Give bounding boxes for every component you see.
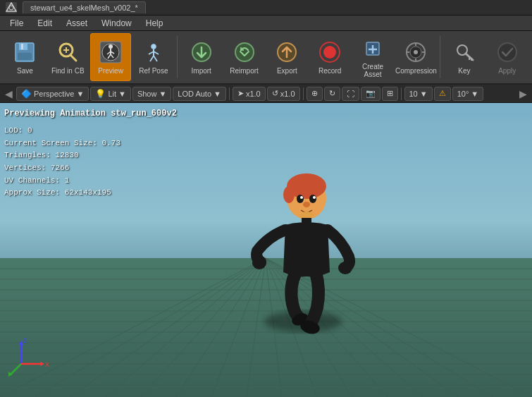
svg-line-7 (70, 55, 76, 61)
import-label: Import (192, 67, 211, 75)
grid-size-button[interactable]: 10 ▼ (404, 87, 433, 101)
svg-line-22 (150, 56, 154, 61)
approx-size-info: Approx Size: 62x143x195 (4, 187, 177, 200)
grid-size-arrow: ▼ (420, 90, 428, 98)
svg-point-36 (414, 50, 418, 54)
compression-button[interactable]: Compression (395, 33, 437, 81)
show-arrow-icon: ▼ (159, 90, 166, 98)
lit-label: Lit (108, 90, 116, 98)
camera-button[interactable]: 📷 (361, 87, 381, 101)
apply-button[interactable]: Apply (486, 33, 528, 81)
svg-point-18 (151, 44, 156, 49)
preview-label: Preview (98, 67, 123, 75)
viewport-toolbar: ◀ 🔷 Perspective ▼ 💡 Lit ▼ Show ▼ LOD Aut… (0, 85, 532, 103)
reimport-button[interactable]: Reimport (223, 33, 265, 81)
lod-info: LOD: 0 (4, 125, 177, 138)
move-button[interactable]: ⊕ (307, 87, 323, 101)
app-logo (6, 2, 17, 13)
angle-label: 10° (457, 90, 469, 98)
ref-pose-button[interactable]: Ref Pose (132, 33, 174, 81)
svg-point-88 (338, 262, 352, 274)
save-button[interactable]: Save (4, 33, 46, 81)
import-button[interactable]: Import (180, 33, 222, 81)
svg-point-45 (498, 43, 516, 61)
rotate-button[interactable]: ↻ (324, 87, 340, 101)
toolbar-separator-1 (177, 36, 178, 78)
show-button[interactable]: Show ▼ (132, 87, 171, 101)
svg-point-26 (235, 43, 254, 61)
viewport[interactable]: Z X Previewing Animation stw_run_600v2 L… (0, 103, 532, 397)
compression-label: Compression (395, 67, 437, 75)
record-label: Record (318, 67, 341, 75)
scale-button[interactable]: ⛶ (342, 87, 359, 101)
grid-button[interactable]: ⊞ (382, 87, 398, 101)
svg-point-80 (297, 195, 304, 203)
svg-point-84 (303, 202, 310, 207)
vertices-info: Vertices: 7266 (4, 162, 177, 175)
warn-icon-button[interactable]: ⚠ (434, 87, 451, 101)
export-button[interactable]: Export (266, 33, 308, 81)
svg-point-79 (283, 186, 295, 203)
angle-button[interactable]: 10° ▼ (452, 87, 484, 101)
record-button[interactable]: Record (309, 33, 351, 81)
svg-text:Z: Z (23, 337, 27, 344)
vp-right-arrow[interactable]: ▶ (517, 88, 529, 99)
find-in-cb-button[interactable]: Find in CB (47, 33, 89, 81)
apply-icon (495, 39, 520, 65)
menu-window[interactable]: Window (94, 17, 139, 30)
vp-left-arrow[interactable]: ◀ (3, 88, 15, 99)
lod-auto-button[interactable]: LOD Auto ▼ (173, 87, 226, 101)
export-label: Export (277, 67, 297, 75)
create-asset-label: Create Asset (354, 63, 392, 78)
svg-line-21 (154, 51, 159, 54)
scale1-icon: ➤ (237, 89, 244, 98)
compression-icon (403, 39, 428, 65)
ref-pose-label: Ref Pose (139, 67, 168, 75)
perspective-label: Perspective (34, 90, 74, 98)
title-bar: stewart_ue4_skelMesh_v002_* (0, 0, 532, 16)
menu-help[interactable]: Help (139, 17, 171, 30)
create-asset-icon (360, 37, 385, 61)
svg-point-30 (323, 46, 336, 59)
save-label: Save (17, 67, 33, 75)
vp-sep-3 (401, 87, 402, 100)
preview-button[interactable]: Preview (90, 33, 132, 81)
document-tab[interactable]: stewart_ue4_skelMesh_v002_* (23, 1, 146, 13)
uv-channels-info: UV Channels: 1 (4, 175, 177, 188)
show-label: Show (137, 90, 157, 98)
perspective-button[interactable]: 🔷 Perspective ▼ (16, 87, 89, 101)
key-icon (452, 39, 477, 65)
lod-auto-label: LOD Auto (178, 90, 211, 98)
lit-button[interactable]: 💡 Lit ▼ (90, 87, 131, 101)
menu-bar: File Edit Asset Window Help (0, 16, 532, 31)
svg-point-1 (9, 6, 13, 10)
menu-file[interactable]: File (3, 17, 30, 30)
svg-line-23 (154, 56, 157, 61)
svg-point-82 (300, 196, 303, 199)
menu-asset[interactable]: Asset (59, 17, 94, 30)
svg-rect-4 (21, 44, 23, 49)
key-button[interactable]: Key (443, 33, 485, 81)
vp-sep-1 (229, 87, 230, 100)
key-label: Key (458, 67, 470, 75)
svg-point-81 (309, 195, 316, 203)
menu-edit[interactable]: Edit (30, 17, 59, 30)
toolbar-separator-2 (440, 36, 440, 78)
apply-label: Apply (498, 67, 516, 75)
scale2-icon: ↺ (272, 89, 278, 98)
preview-animation-title: Previewing Animation stw_run_600v2 (4, 107, 177, 121)
triangles-info: Triangles: 12830 (4, 149, 177, 162)
screen-size-info: Current Screen Size: 0.73 (4, 138, 177, 150)
scale2-label: x1.0 (280, 90, 295, 98)
svg-rect-5 (18, 53, 32, 60)
svg-point-12 (109, 44, 113, 49)
ref-pose-icon (141, 39, 166, 65)
save-icon (12, 39, 37, 65)
preview-icon (98, 39, 123, 65)
create-asset-button[interactable]: Create Asset (352, 33, 394, 81)
scale1-button[interactable]: ➤ x1.0 (233, 87, 266, 101)
info-overlay: Previewing Animation stw_run_600v2 LOD: … (4, 107, 177, 200)
perspective-arrow-icon: ▼ (76, 90, 84, 98)
scale2-button[interactable]: ↺ x1.0 (267, 87, 300, 101)
lod-arrow-icon: ▼ (214, 90, 221, 98)
